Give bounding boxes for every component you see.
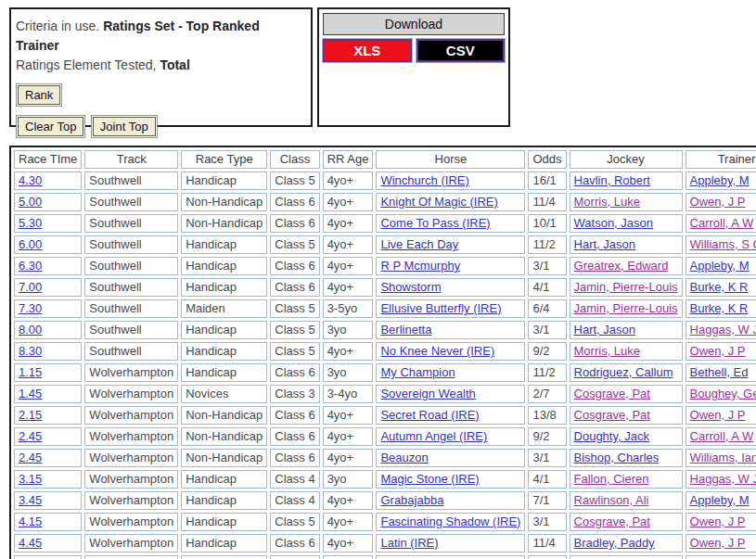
race-time-link-cell: 5.15 <box>14 555 82 559</box>
horse-link[interactable]: Come To Pass (IRE) <box>380 216 490 230</box>
trainer-link[interactable]: Owen, J P <box>690 408 746 422</box>
race-time-link[interactable]: 2.15 <box>19 408 42 422</box>
trainer-link[interactable]: Bethell, Ed <box>690 365 749 379</box>
jockey-link[interactable]: Morris, Luke <box>574 195 641 209</box>
trainer-link[interactable]: Owen, J P <box>690 536 746 550</box>
jockey-link[interactable]: Watson, Jason <box>574 216 654 230</box>
trainer-link[interactable]: Owen, J P <box>690 195 746 209</box>
horse-link[interactable]: Knight Of Magic (IRE) <box>380 195 497 209</box>
horse-link-cell: R P Mcmurphy <box>376 257 525 275</box>
race-time-link[interactable]: 5.00 <box>19 195 42 209</box>
horse-link[interactable]: Showstorm <box>380 280 441 294</box>
jockey-link[interactable]: Havlin, Robert <box>574 173 650 187</box>
horse-link[interactable]: Autumn Angel (IRE) <box>380 429 487 443</box>
horse-link[interactable]: No Knee Never (IRE) <box>380 344 494 358</box>
horse-link-cell: Equion <box>376 555 525 559</box>
horse-link[interactable]: Fascinating Shadow (IRE) <box>380 515 520 528</box>
column-header: Class <box>270 150 319 169</box>
race-type-cell: Handicap <box>181 363 267 382</box>
race-time-link[interactable]: 1.15 <box>19 365 42 379</box>
trainer-link-cell: Williams, Ian <box>686 449 756 467</box>
column-header: Track <box>84 150 178 169</box>
trainer-link-cell: Owen, J P <box>686 193 756 211</box>
horse-link[interactable]: Ellusive Butterfly (IRE) <box>380 301 501 315</box>
race-time-link[interactable]: 6.30 <box>19 259 42 273</box>
race-time-link-cell: 4.45 <box>14 534 82 553</box>
jockey-link[interactable]: Fallon, Cieren <box>574 472 649 486</box>
trainer-link[interactable]: Haggas, W J <box>690 472 756 486</box>
race-time-link[interactable]: 3.45 <box>19 493 42 507</box>
trainer-link[interactable]: Owen, J P <box>690 515 746 528</box>
clear-top-button[interactable]: Clear Top <box>18 117 83 136</box>
odds-cell: 6/4 <box>528 299 566 318</box>
jockey-link[interactable]: Cosgrave, Pat <box>574 387 650 400</box>
trainer-link[interactable]: Owen, J P <box>690 344 746 358</box>
trainer-link[interactable]: Carroll, A W <box>690 429 754 443</box>
horse-link[interactable]: Beauzon <box>380 451 428 464</box>
race-time-link-cell: 6.00 <box>14 235 82 254</box>
race-time-link[interactable]: 2.45 <box>19 451 42 464</box>
jockey-link[interactable]: Bishop, Charles <box>574 451 660 464</box>
jockey-link[interactable]: Jamin, Pierre-Louis <box>574 280 678 294</box>
race-time-link[interactable]: 7.30 <box>19 301 42 315</box>
odds-cell: 13/8 <box>528 406 566 425</box>
race-time-link[interactable]: 2.45 <box>19 429 42 443</box>
track-cell: Southwell <box>84 257 178 275</box>
horse-link[interactable]: Secret Road (IRE) <box>380 408 479 422</box>
download-csv-button[interactable]: CSV <box>416 39 506 62</box>
joint-top-button[interactable]: Joint Top <box>93 117 156 136</box>
race-time-link[interactable]: 8.30 <box>19 344 42 358</box>
jockey-link[interactable]: Hart, Jason <box>574 323 635 337</box>
rr-age-cell: 4yo+ <box>323 513 374 531</box>
horse-link[interactable]: Magic Stone (IRE) <box>380 472 479 486</box>
horse-link[interactable]: My Champion <box>380 365 455 379</box>
trainer-link[interactable]: Carroll, A W <box>690 216 754 230</box>
trainer-link[interactable]: Boughey, George <box>690 387 756 400</box>
table-row: 1.15WolverhamptonHandicapClass 63yoMy Ch… <box>14 363 756 382</box>
horse-link[interactable]: R P Mcmurphy <box>380 259 460 273</box>
jockey-link[interactable]: Cosgrave, Pat <box>574 408 650 422</box>
trainer-link[interactable]: Haggas, W J <box>690 323 756 337</box>
race-time-link[interactable]: 5.30 <box>19 216 42 230</box>
trainer-link[interactable]: Appleby, M <box>690 259 750 273</box>
horse-link[interactable]: Winchurch (IRE) <box>380 173 468 187</box>
jockey-link[interactable]: Rawlinson, Ali <box>574 493 649 507</box>
trainer-link[interactable]: Burke, K R <box>690 280 749 294</box>
race-time-link-cell: 3.15 <box>14 470 82 489</box>
trainer-link[interactable]: Appleby, M <box>690 493 750 507</box>
horse-link[interactable]: Live Each Day <box>380 237 458 251</box>
rank-button[interactable]: Rank <box>18 85 60 105</box>
jockey-link[interactable]: Greatrex, Edward <box>574 259 669 273</box>
class-cell: Class 5 <box>270 342 319 361</box>
trainer-link[interactable]: Burke, K R <box>690 301 749 315</box>
trainer-link[interactable]: Williams, S C <box>690 237 756 251</box>
race-time-link[interactable]: 4.15 <box>19 515 42 528</box>
horse-link[interactable]: Latin (IRE) <box>380 536 438 550</box>
trainer-link[interactable]: Williams, Ian <box>690 451 756 464</box>
trainer-link[interactable]: Appleby, M <box>690 173 750 187</box>
race-type-cell: Novices <box>181 385 267 403</box>
download-xls-button[interactable]: XLS <box>323 39 412 62</box>
jockey-link-cell: Morris, Luke <box>570 342 683 361</box>
race-time-link[interactable]: 4.30 <box>19 173 42 187</box>
trainer-link-cell: Haggas, W J <box>686 470 756 489</box>
jockey-link[interactable]: Bradley, Paddy <box>574 536 655 550</box>
jockey-link[interactable]: Jamin, Pierre-Louis <box>574 301 678 315</box>
jockey-link[interactable]: Morris, Luke <box>574 344 641 358</box>
jockey-link[interactable]: Cosgrave, Pat <box>574 515 650 528</box>
race-time-link[interactable]: 3.15 <box>19 472 42 486</box>
jockey-link[interactable]: Doughty, Jack <box>574 429 649 443</box>
race-time-link[interactable]: 4.45 <box>19 536 42 550</box>
horse-link-cell: My Champion <box>376 363 525 382</box>
race-time-link[interactable]: 1.45 <box>19 387 42 400</box>
horse-link[interactable]: Sovereign Wealth <box>380 387 475 400</box>
race-time-link[interactable]: 7.00 <box>19 280 42 294</box>
horse-link[interactable]: Berlinetta <box>380 323 431 337</box>
class-cell: Class 6 <box>270 555 319 559</box>
jockey-link[interactable]: Hart, Jason <box>574 237 635 251</box>
jockey-link[interactable]: Rodriguez, Callum <box>574 365 673 379</box>
horse-link[interactable]: Grabajabba <box>380 493 443 507</box>
race-time-link[interactable]: 6.00 <box>19 237 42 251</box>
rr-age-cell: 4yo+ <box>323 172 374 190</box>
race-time-link[interactable]: 8.00 <box>19 323 42 337</box>
